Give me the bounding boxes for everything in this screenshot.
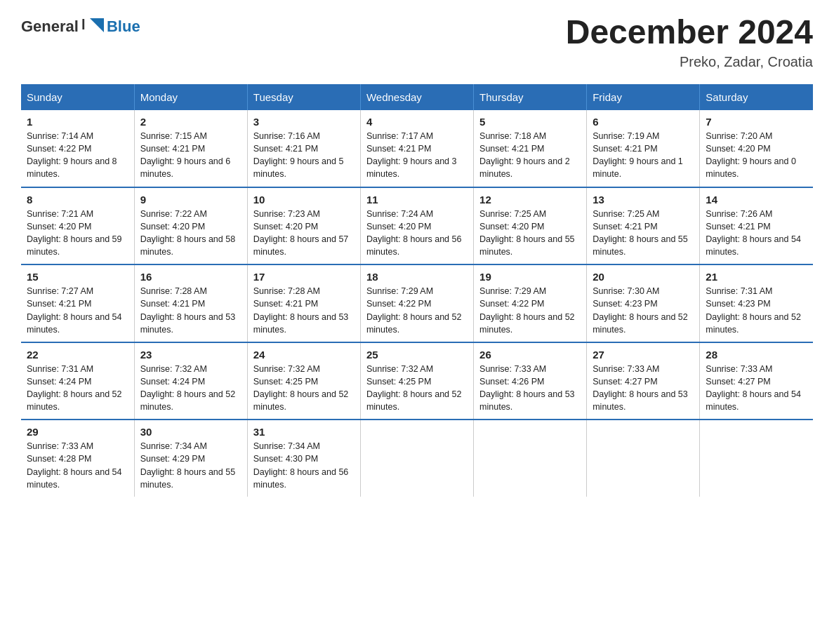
- day-number: 28: [706, 349, 807, 361]
- day-number: 22: [27, 349, 128, 361]
- calendar-cell: 13Sunrise: 7:25 AMSunset: 4:21 PMDayligh…: [587, 187, 700, 265]
- calendar-week-row: 1Sunrise: 7:14 AMSunset: 4:22 PMDaylight…: [21, 110, 813, 187]
- day-number: 11: [366, 194, 468, 206]
- day-number: 20: [593, 271, 694, 283]
- calendar-cell: 12Sunrise: 7:25 AMSunset: 4:20 PMDayligh…: [474, 187, 587, 265]
- day-number: 30: [140, 426, 241, 438]
- day-number: 8: [27, 194, 128, 206]
- calendar-cell: 1Sunrise: 7:14 AMSunset: 4:22 PMDaylight…: [21, 110, 134, 187]
- day-number: 24: [253, 349, 355, 361]
- calendar-cell: 22Sunrise: 7:31 AMSunset: 4:24 PMDayligh…: [21, 342, 134, 420]
- calendar-cell: 8Sunrise: 7:21 AMSunset: 4:20 PMDaylight…: [21, 187, 134, 265]
- page-header: General l Blue December 2024 Preko, Zada…: [21, 14, 813, 70]
- calendar-cell: 11Sunrise: 7:24 AMSunset: 4:20 PMDayligh…: [360, 187, 473, 265]
- day-info: Sunrise: 7:18 AMSunset: 4:21 PMDaylight:…: [479, 131, 570, 179]
- day-number: 18: [366, 271, 468, 283]
- day-info: Sunrise: 7:28 AMSunset: 4:21 PMDaylight:…: [140, 286, 236, 334]
- header-tuesday: Tuesday: [247, 84, 360, 110]
- calendar-cell: 15Sunrise: 7:27 AMSunset: 4:21 PMDayligh…: [21, 264, 134, 342]
- calendar-cell: 9Sunrise: 7:22 AMSunset: 4:20 PMDaylight…: [134, 187, 247, 265]
- calendar-week-row: 8Sunrise: 7:21 AMSunset: 4:20 PMDaylight…: [21, 187, 813, 265]
- calendar-cell: 29Sunrise: 7:33 AMSunset: 4:28 PMDayligh…: [21, 420, 134, 497]
- header-thursday: Thursday: [474, 84, 587, 110]
- logo: General l Blue: [21, 14, 140, 39]
- calendar-week-row: 15Sunrise: 7:27 AMSunset: 4:21 PMDayligh…: [21, 264, 813, 342]
- day-number: 17: [253, 271, 355, 283]
- day-info: Sunrise: 7:33 AMSunset: 4:26 PMDaylight:…: [479, 364, 575, 412]
- calendar-cell: 19Sunrise: 7:29 AMSunset: 4:22 PMDayligh…: [474, 264, 587, 342]
- logo-general-text: General: [21, 18, 79, 36]
- day-number: 25: [366, 349, 468, 361]
- header-saturday: Saturday: [700, 84, 813, 110]
- day-number: 19: [479, 271, 581, 283]
- calendar-week-row: 22Sunrise: 7:31 AMSunset: 4:24 PMDayligh…: [21, 342, 813, 420]
- day-info: Sunrise: 7:33 AMSunset: 4:27 PMDaylight:…: [706, 364, 801, 412]
- day-info: Sunrise: 7:17 AMSunset: 4:21 PMDaylight:…: [366, 131, 457, 179]
- day-info: Sunrise: 7:33 AMSunset: 4:28 PMDaylight:…: [27, 441, 122, 489]
- header-sunday: Sunday: [21, 84, 134, 110]
- day-info: Sunrise: 7:26 AMSunset: 4:21 PMDaylight:…: [706, 209, 801, 257]
- svg-text:l: l: [81, 17, 86, 32]
- day-number: 31: [253, 426, 355, 438]
- calendar-cell: 23Sunrise: 7:32 AMSunset: 4:24 PMDayligh…: [134, 342, 247, 420]
- calendar-cell: 30Sunrise: 7:34 AMSunset: 4:29 PMDayligh…: [134, 420, 247, 497]
- calendar-cell: 26Sunrise: 7:33 AMSunset: 4:26 PMDayligh…: [474, 342, 587, 420]
- day-info: Sunrise: 7:23 AMSunset: 4:20 PMDaylight:…: [253, 209, 349, 257]
- day-number: 9: [140, 194, 241, 206]
- day-info: Sunrise: 7:20 AMSunset: 4:20 PMDaylight:…: [706, 131, 796, 179]
- day-info: Sunrise: 7:25 AMSunset: 4:21 PMDaylight:…: [593, 209, 688, 257]
- day-info: Sunrise: 7:32 AMSunset: 4:25 PMDaylight:…: [366, 364, 462, 412]
- day-info: Sunrise: 7:25 AMSunset: 4:20 PMDaylight:…: [479, 209, 575, 257]
- day-number: 1: [27, 116, 128, 128]
- day-info: Sunrise: 7:31 AMSunset: 4:23 PMDaylight:…: [706, 286, 801, 334]
- calendar-cell: 25Sunrise: 7:32 AMSunset: 4:25 PMDayligh…: [360, 342, 473, 420]
- calendar-cell: 2Sunrise: 7:15 AMSunset: 4:21 PMDaylight…: [134, 110, 247, 187]
- day-info: Sunrise: 7:19 AMSunset: 4:21 PMDaylight:…: [593, 131, 683, 179]
- day-info: Sunrise: 7:14 AMSunset: 4:22 PMDaylight:…: [27, 131, 117, 179]
- title-block: December 2024 Preko, Zadar, Croatia: [566, 14, 813, 70]
- day-number: 27: [593, 349, 694, 361]
- calendar-cell: 7Sunrise: 7:20 AMSunset: 4:20 PMDaylight…: [700, 110, 813, 187]
- day-info: Sunrise: 7:28 AMSunset: 4:21 PMDaylight:…: [253, 286, 349, 334]
- day-number: 16: [140, 271, 241, 283]
- calendar-table: SundayMondayTuesdayWednesdayThursdayFrid…: [21, 84, 813, 497]
- day-info: Sunrise: 7:29 AMSunset: 4:22 PMDaylight:…: [366, 286, 462, 334]
- day-number: 29: [27, 426, 128, 438]
- day-number: 26: [479, 349, 581, 361]
- calendar-header-row: SundayMondayTuesdayWednesdayThursdayFrid…: [21, 84, 813, 110]
- logo-icon: l: [80, 14, 105, 39]
- day-number: 23: [140, 349, 241, 361]
- day-number: 21: [706, 271, 807, 283]
- calendar-cell: [360, 420, 473, 497]
- day-info: Sunrise: 7:34 AMSunset: 4:29 PMDaylight:…: [140, 441, 236, 489]
- day-number: 5: [479, 116, 581, 128]
- day-number: 7: [706, 116, 807, 128]
- day-info: Sunrise: 7:32 AMSunset: 4:25 PMDaylight:…: [253, 364, 349, 412]
- day-info: Sunrise: 7:33 AMSunset: 4:27 PMDaylight:…: [593, 364, 688, 412]
- calendar-cell: 27Sunrise: 7:33 AMSunset: 4:27 PMDayligh…: [587, 342, 700, 420]
- header-monday: Monday: [134, 84, 247, 110]
- day-number: 15: [27, 271, 128, 283]
- day-info: Sunrise: 7:32 AMSunset: 4:24 PMDaylight:…: [140, 364, 236, 412]
- day-info: Sunrise: 7:34 AMSunset: 4:30 PMDaylight:…: [253, 441, 349, 489]
- day-info: Sunrise: 7:15 AMSunset: 4:21 PMDaylight:…: [140, 131, 231, 179]
- day-info: Sunrise: 7:29 AMSunset: 4:22 PMDaylight:…: [479, 286, 575, 334]
- calendar-cell: 21Sunrise: 7:31 AMSunset: 4:23 PMDayligh…: [700, 264, 813, 342]
- calendar-cell: 10Sunrise: 7:23 AMSunset: 4:20 PMDayligh…: [247, 187, 360, 265]
- location: Preko, Zadar, Croatia: [566, 54, 813, 70]
- calendar-cell: 20Sunrise: 7:30 AMSunset: 4:23 PMDayligh…: [587, 264, 700, 342]
- day-number: 13: [593, 194, 694, 206]
- calendar-cell: 24Sunrise: 7:32 AMSunset: 4:25 PMDayligh…: [247, 342, 360, 420]
- calendar-cell: 16Sunrise: 7:28 AMSunset: 4:21 PMDayligh…: [134, 264, 247, 342]
- day-info: Sunrise: 7:21 AMSunset: 4:20 PMDaylight:…: [27, 209, 122, 257]
- logo-blue-text: Blue: [107, 18, 140, 36]
- calendar-cell: [474, 420, 587, 497]
- day-info: Sunrise: 7:27 AMSunset: 4:21 PMDaylight:…: [27, 286, 122, 334]
- calendar-cell: 18Sunrise: 7:29 AMSunset: 4:22 PMDayligh…: [360, 264, 473, 342]
- day-number: 4: [366, 116, 468, 128]
- day-number: 2: [140, 116, 241, 128]
- calendar-cell: 28Sunrise: 7:33 AMSunset: 4:27 PMDayligh…: [700, 342, 813, 420]
- header-friday: Friday: [587, 84, 700, 110]
- month-title: December 2024: [566, 14, 813, 51]
- day-info: Sunrise: 7:16 AMSunset: 4:21 PMDaylight:…: [253, 131, 344, 179]
